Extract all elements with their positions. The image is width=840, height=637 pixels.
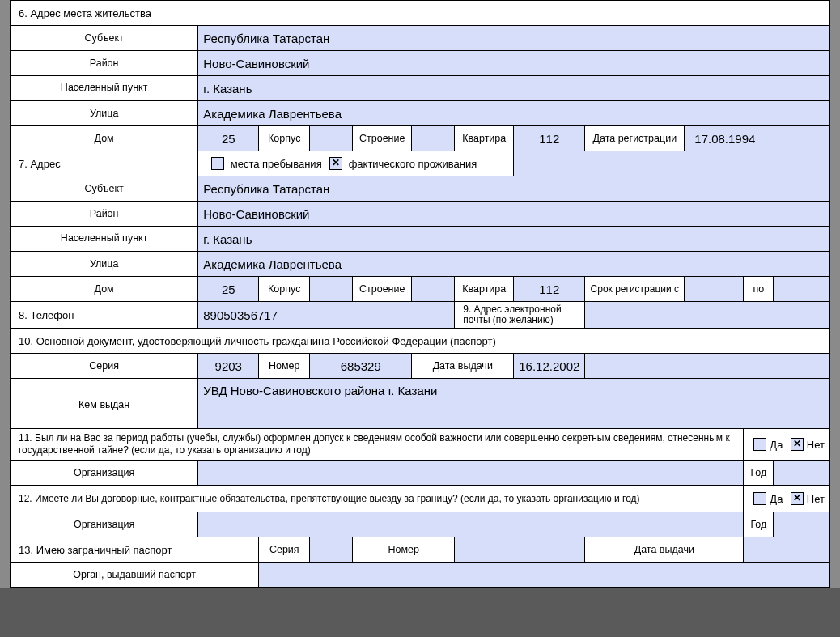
s7-stay-label: места пребывания <box>231 158 322 170</box>
s7-street-field[interactable]: Академика Лаврентьева <box>198 252 830 277</box>
s12-da-checkbox[interactable] <box>753 492 766 505</box>
s7-district-field[interactable]: Ново-Савиновский <box>198 202 830 227</box>
s11-org-field[interactable] <box>198 461 744 486</box>
section6-title: 6. Адрес места жительства <box>11 1 830 26</box>
s10-blank <box>585 354 830 379</box>
s7-stay-checkbox[interactable] <box>211 157 224 170</box>
section13-title: 13. Имею заграничный паспорт <box>11 537 259 563</box>
s10-issued-label: Кем выдан <box>11 379 198 429</box>
s12-year-field[interactable] <box>774 512 830 537</box>
s7-subject-label: Субъект <box>11 176 198 202</box>
s10-issued-field[interactable]: УВД Ново-Савиновского района г. Казани <box>198 379 830 429</box>
s11-net-label: Нет <box>807 439 825 451</box>
section11-title: 11. Был ли на Вас за период работы (учеб… <box>11 429 744 461</box>
s13-nomer-field[interactable] <box>455 537 585 563</box>
s6-korpus-field[interactable] <box>310 126 353 151</box>
s11-net-checkbox[interactable]: ✕ <box>791 438 804 451</box>
s12-org-label: Организация <box>11 512 198 537</box>
s12-org-field[interactable] <box>198 512 744 537</box>
s6-regdate-field[interactable]: 17.08.1994 <box>685 126 830 151</box>
s13-seria-label: Серия <box>259 537 310 563</box>
s7-blank-field <box>514 151 830 176</box>
s13-seria-field[interactable] <box>310 537 353 563</box>
s7-locality-label: Населенный пункт <box>11 227 198 252</box>
s13-date-field[interactable] <box>744 537 830 563</box>
s6-subject-field[interactable]: Республика Татарстан <box>198 26 830 51</box>
s7-korpus-field[interactable] <box>310 277 353 302</box>
s13-issued-field[interactable] <box>259 563 830 588</box>
s7-regto-field[interactable] <box>774 277 830 302</box>
s7-house-label: Дом <box>11 277 198 302</box>
s13-issued-label: Орган, выдавший паспорт <box>11 563 259 588</box>
s8-phone-field[interactable]: 89050356717 <box>198 302 455 329</box>
s13-date-label: Дата выдачи <box>585 537 744 563</box>
s10-nomer-label: Номер <box>259 354 310 379</box>
s7-regterm-label: Срок регистрации с <box>585 277 685 302</box>
s7-kv-label: Квартира <box>455 277 514 302</box>
s6-kv-label: Квартира <box>455 126 514 151</box>
s10-seria-field[interactable]: 9203 <box>198 354 259 379</box>
s6-district-label: Район <box>11 51 198 76</box>
s12-year-label: Год <box>744 512 774 537</box>
s9-email-field[interactable] <box>585 302 830 329</box>
s7-stroenie-label: Строение <box>353 277 412 302</box>
s10-date-label: Дата выдачи <box>412 354 514 379</box>
s11-da-checkbox[interactable] <box>753 438 766 451</box>
s11-da-label: Да <box>770 439 783 451</box>
s6-street-label: Улица <box>11 101 198 126</box>
s10-seria-label: Серия <box>11 354 198 379</box>
s11-year-label: Год <box>744 461 774 486</box>
s7-stroenie-field[interactable] <box>412 277 455 302</box>
s6-house-label: Дом <box>11 126 198 151</box>
s7-korpus-label: Корпус <box>259 277 310 302</box>
s6-stroenie-label: Строение <box>353 126 412 151</box>
s6-korpus-label: Корпус <box>259 126 310 151</box>
s7-actual-label: фактического проживания <box>349 158 477 170</box>
s6-locality-label: Населенный пункт <box>11 76 198 101</box>
s7-district-label: Район <box>11 202 198 227</box>
s6-street-field[interactable]: Академика Лаврентьева <box>198 101 830 126</box>
s6-district-field[interactable]: Ново-Савиновский <box>198 51 830 76</box>
s6-regdate-label: Дата регистрации <box>585 126 685 151</box>
s12-net-checkbox[interactable]: ✕ <box>791 492 804 505</box>
s7-actual-checkbox[interactable]: ✕ <box>329 157 342 170</box>
s7-locality-field[interactable]: г. Казань <box>198 227 830 252</box>
section8-title: 8. Телефон <box>11 302 198 329</box>
form-table: 6. Адрес места жительства Субъект Респуб… <box>10 0 830 588</box>
s13-nomer-label: Номер <box>353 537 455 563</box>
section10-title: 10. Основной документ, удостоверяющий ли… <box>11 329 830 354</box>
s6-locality-field[interactable]: г. Казань <box>198 76 830 101</box>
s7-kv-field[interactable]: 112 <box>514 277 585 302</box>
s12-da-label: Да <box>770 493 783 505</box>
s10-nomer-field[interactable]: 685329 <box>310 354 412 379</box>
section12-title: 12. Имеете ли Вы договорные, контрактные… <box>11 486 744 512</box>
s10-date-field[interactable]: 16.12.2002 <box>514 354 585 379</box>
s11-year-field[interactable] <box>774 461 830 486</box>
s6-stroenie-field[interactable] <box>412 126 455 151</box>
s6-subject-label: Субъект <box>11 26 198 51</box>
s7-house-field[interactable]: 25 <box>198 277 259 302</box>
s7-regto-label: по <box>744 277 774 302</box>
section7-title: 7. Адрес <box>11 151 198 176</box>
section9-title: 9. Адрес электронной почты (по желанию) <box>455 302 585 329</box>
s11-org-label: Организация <box>11 461 198 486</box>
s7-street-label: Улица <box>11 252 198 277</box>
s6-kv-field[interactable]: 112 <box>514 126 585 151</box>
s7-regfrom-field[interactable] <box>685 277 744 302</box>
s7-subject-field[interactable]: Республика Татарстан <box>198 176 830 202</box>
s12-net-label: Нет <box>807 493 825 505</box>
s6-house-field[interactable]: 25 <box>198 126 259 151</box>
